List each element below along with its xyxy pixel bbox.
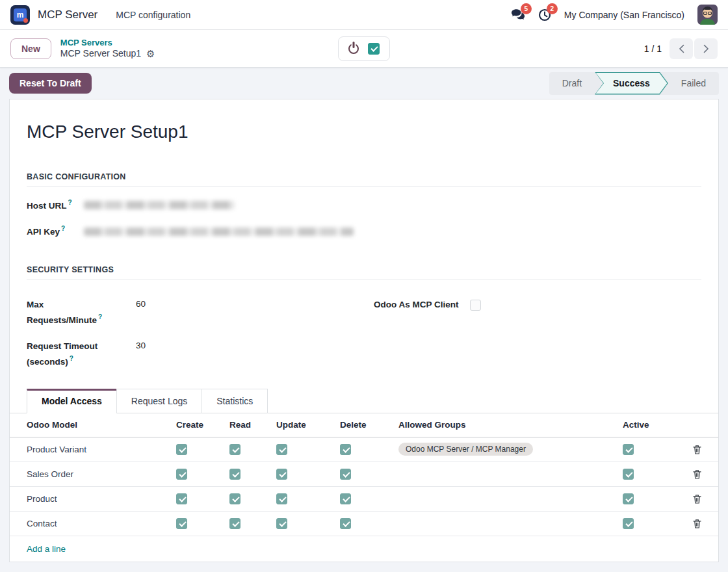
request-timeout-value[interactable]: 30 bbox=[136, 340, 354, 350]
col-read[interactable]: Read bbox=[229, 420, 276, 430]
odoo-as-mcp-client-label: Odoo As MCP Client bbox=[374, 298, 470, 312]
read-checkbox[interactable] bbox=[229, 469, 240, 480]
read-checkbox[interactable] bbox=[229, 518, 240, 529]
tab-request-logs[interactable]: Request Logs bbox=[116, 389, 202, 413]
delete-checkbox[interactable] bbox=[340, 518, 351, 529]
company-switcher[interactable]: My Company (San Francisco) bbox=[564, 10, 684, 20]
model-access-table: Odoo Model Create Read Update Delete All… bbox=[10, 413, 718, 536]
active-checkbox[interactable] bbox=[623, 469, 634, 480]
chevron-left-icon bbox=[679, 44, 684, 53]
state-failed[interactable]: Failed bbox=[668, 72, 719, 95]
col-active[interactable]: Active bbox=[623, 420, 675, 430]
api-key-label: API Key? bbox=[27, 224, 84, 239]
update-checkbox[interactable] bbox=[276, 444, 287, 455]
security-settings-heading: SECURITY SETTINGS bbox=[27, 265, 701, 274]
col-create[interactable]: Create bbox=[176, 420, 229, 430]
help-icon[interactable]: ? bbox=[68, 199, 72, 206]
record-active-checkbox[interactable] bbox=[368, 43, 380, 55]
pager-counter: 1 / 1 bbox=[644, 44, 662, 54]
delete-row-button[interactable] bbox=[675, 519, 701, 528]
api-key-value-redacted[interactable] bbox=[84, 228, 354, 236]
tab-statistics[interactable]: Statistics bbox=[202, 389, 268, 413]
update-checkbox[interactable] bbox=[276, 469, 287, 480]
cell-model[interactable]: Contact bbox=[27, 519, 176, 528]
update-checkbox[interactable] bbox=[276, 493, 287, 504]
col-allowed-groups[interactable]: Allowed Groups bbox=[398, 420, 623, 430]
trash-icon bbox=[693, 494, 701, 504]
state-pills: Draft Success Failed bbox=[549, 72, 719, 95]
delete-checkbox[interactable] bbox=[340, 444, 351, 455]
record-title[interactable]: MCP Server Setup1 bbox=[27, 122, 701, 142]
breadcrumb-current-record: MCP Server Setup1 bbox=[60, 48, 141, 60]
delete-row-button[interactable] bbox=[675, 494, 701, 504]
app-logo-notification-dot bbox=[23, 18, 28, 23]
host-url-value-redacted[interactable] bbox=[84, 201, 235, 209]
avatar-image bbox=[697, 5, 718, 25]
active-checkbox[interactable] bbox=[623, 444, 634, 455]
max-requests-label: Max Requests/Minute? bbox=[27, 298, 136, 327]
top-navbar: m MCP Server MCP configuration 5 2 My Co… bbox=[0, 0, 728, 30]
state-draft[interactable]: Draft bbox=[549, 72, 595, 95]
power-icon[interactable] bbox=[348, 44, 359, 54]
delete-checkbox[interactable] bbox=[340, 493, 351, 504]
create-checkbox[interactable] bbox=[176, 469, 187, 480]
create-checkbox[interactable] bbox=[176, 444, 187, 455]
pager-previous-button[interactable] bbox=[670, 38, 693, 59]
create-checkbox[interactable] bbox=[176, 518, 187, 529]
table-row[interactable]: Product Variant Odoo MCP Server / MCP Ma… bbox=[10, 437, 718, 462]
add-a-line-link[interactable]: Add a line bbox=[10, 536, 718, 562]
trash-icon bbox=[693, 519, 701, 528]
help-icon[interactable]: ? bbox=[70, 355, 73, 362]
create-checkbox[interactable] bbox=[176, 493, 187, 504]
active-checkbox[interactable] bbox=[623, 493, 634, 504]
app-title: MCP Server bbox=[38, 8, 98, 21]
table-row[interactable]: Product bbox=[10, 487, 718, 512]
cell-model[interactable]: Product bbox=[27, 494, 176, 504]
help-icon[interactable]: ? bbox=[98, 313, 102, 320]
table-row[interactable]: Contact bbox=[10, 512, 718, 536]
read-checkbox[interactable] bbox=[229, 444, 240, 455]
odoo-as-mcp-client-checkbox[interactable] bbox=[470, 300, 481, 311]
col-delete[interactable]: Delete bbox=[340, 420, 398, 430]
cell-model[interactable]: Product Variant bbox=[27, 445, 176, 454]
messages-button[interactable]: 5 bbox=[511, 8, 525, 21]
pager-next-button[interactable] bbox=[694, 38, 718, 59]
security-settings-section: SECURITY SETTINGS Max Requests/Minute? 6… bbox=[27, 265, 701, 369]
pager: 1 / 1 bbox=[644, 38, 718, 59]
control-panel: New MCP Servers MCP Server Setup1 ⚙ 1 / … bbox=[0, 30, 728, 68]
update-checkbox[interactable] bbox=[276, 518, 287, 529]
section-divider bbox=[27, 279, 701, 280]
delete-row-button[interactable] bbox=[675, 469, 701, 479]
reset-to-draft-button[interactable]: Reset To Draft bbox=[9, 73, 92, 94]
new-button[interactable]: New bbox=[10, 38, 51, 59]
chevron-right-icon bbox=[703, 44, 709, 53]
cell-model[interactable]: Sales Order bbox=[27, 469, 176, 479]
notebook-tabs: Model Access Request Logs Statistics bbox=[10, 389, 718, 413]
breadcrumb-mcp-servers[interactable]: MCP Servers bbox=[60, 38, 155, 48]
help-icon[interactable]: ? bbox=[61, 225, 65, 232]
request-timeout-label: Request Timeout (seconds)? bbox=[27, 340, 136, 369]
state-success[interactable]: Success bbox=[595, 72, 668, 95]
allowed-group-tag[interactable]: Odoo MCP Server / MCP Manager bbox=[398, 443, 533, 456]
form-statusbar: Reset To Draft Draft Success Failed bbox=[0, 68, 728, 99]
trash-icon bbox=[693, 469, 701, 479]
table-row[interactable]: Sales Order bbox=[10, 462, 718, 487]
messages-count-badge: 5 bbox=[521, 3, 532, 14]
col-odoo-model[interactable]: Odoo Model bbox=[27, 420, 176, 430]
active-checkbox[interactable] bbox=[623, 518, 634, 529]
max-requests-value[interactable]: 60 bbox=[136, 298, 354, 309]
read-checkbox[interactable] bbox=[229, 493, 240, 504]
tab-model-access[interactable]: Model Access bbox=[27, 389, 117, 413]
basic-configuration-heading: BASIC CONFIGURATION bbox=[27, 172, 701, 181]
delete-row-button[interactable] bbox=[675, 445, 701, 454]
gear-icon[interactable]: ⚙ bbox=[146, 49, 155, 58]
trash-icon bbox=[693, 445, 701, 454]
app-logo-icon[interactable]: m bbox=[10, 5, 30, 25]
user-avatar[interactable] bbox=[697, 5, 718, 25]
delete-checkbox[interactable] bbox=[340, 469, 351, 480]
host-url-label: Host URL? bbox=[27, 198, 84, 213]
activities-button[interactable]: 2 bbox=[538, 8, 551, 21]
section-divider bbox=[27, 186, 701, 187]
menu-mcp-configuration[interactable]: MCP configuration bbox=[116, 10, 190, 20]
col-update[interactable]: Update bbox=[276, 420, 340, 430]
